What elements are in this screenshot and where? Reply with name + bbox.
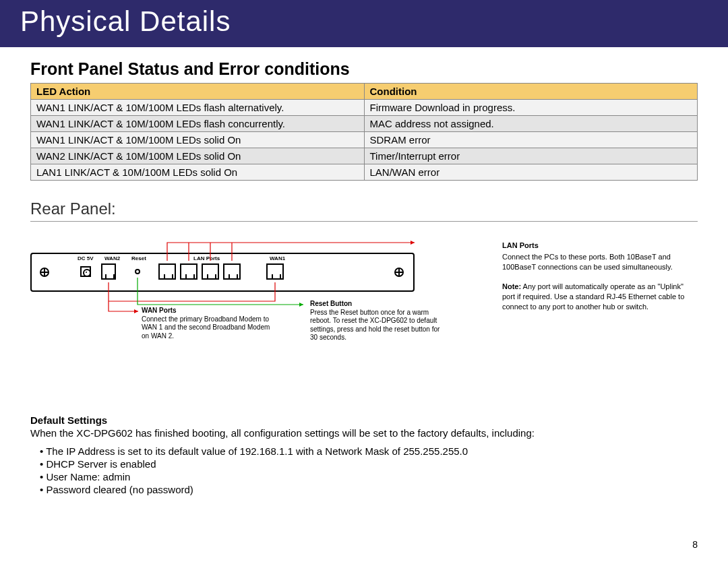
default-settings: Default Settings When the XC-DPG602 has … — [30, 414, 698, 495]
wan2-port-icon — [101, 263, 116, 280]
page-title: Physical Details — [20, 5, 708, 38]
list-item: DHCP Server is enabled — [40, 458, 698, 470]
th-condition: Condition — [364, 84, 698, 100]
header-bar: Physical Details — [0, 0, 728, 47]
led-table: LED Action Condition WAN1 LINK/ACT & 10M… — [30, 83, 698, 181]
callout-lan: LAN Ports Connect the PCs to these ports… — [502, 241, 691, 375]
callout-wan: WAN Ports Connect the primary Broadband … — [142, 307, 276, 340]
label-reset: Reset — [131, 255, 146, 261]
defaults-heading: Default Settings — [30, 414, 698, 426]
label-dc5v: DC 5V — [78, 255, 94, 261]
dc-jack-icon — [80, 266, 91, 277]
list-item: User Name: admin — [40, 471, 698, 482]
table-row: WAN1 LINK/ACT & 10M/100M LEDs flash alte… — [31, 100, 698, 116]
label-lan: LAN Ports — [193, 255, 220, 261]
table-row: WAN1 LINK/ACT & 10M/100M LEDs flash conc… — [31, 116, 698, 132]
th-led-action: LED Action — [31, 84, 365, 100]
list-item: The IP Address is set to its default val… — [40, 445, 698, 457]
page-number: 8 — [692, 539, 698, 550]
defaults-intro: When the XC-DPG602 has finished booting,… — [30, 427, 698, 439]
label-wan2: WAN2 — [104, 255, 120, 261]
list-item: Password cleared (no password) — [40, 484, 698, 495]
lan-port-icon — [202, 263, 219, 280]
section-title-front-panel: Front Panel Status and Error conditions — [30, 59, 698, 79]
label-wan1: WAN1 — [270, 255, 285, 261]
table-row: WAN1 LINK/ACT & 10M/100M LEDs solid OnSD… — [31, 132, 698, 148]
lan-port-icon — [158, 263, 176, 280]
callout-reset: Reset Button Press the Reset button once… — [310, 300, 445, 342]
table-row: LAN1 LINK/ACT & 10M/100M LEDs solid OnLA… — [31, 164, 698, 181]
table-row: WAN2 LINK/ACT & 10M/100M LEDs solid OnTi… — [31, 148, 698, 164]
lan-port-icon — [223, 263, 241, 280]
lan-port-icon — [180, 263, 198, 280]
wan1-port-icon — [266, 263, 284, 280]
section-title-rear-panel: Rear Panel: — [30, 199, 698, 222]
rear-panel-diagram: DC 5V WAN2 Reset LAN Ports WAN1 — [30, 241, 415, 375]
reset-hole-icon — [135, 269, 140, 274]
